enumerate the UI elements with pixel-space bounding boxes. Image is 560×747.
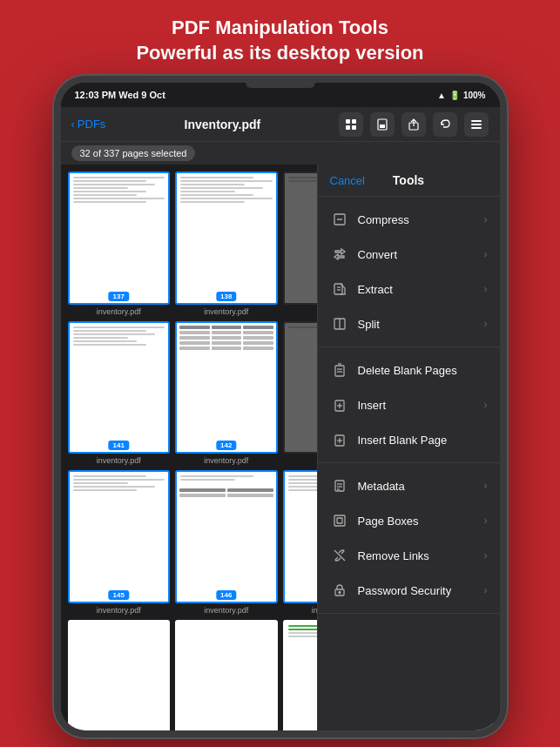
insert-blank-page-label: Insert Blank Page: [358, 434, 488, 447]
more-tools-button[interactable]: [464, 112, 489, 137]
svg-rect-1: [352, 119, 356, 124]
undo-button[interactable]: [433, 112, 457, 137]
delete-icon: [330, 360, 349, 380]
page-number: 142: [216, 441, 236, 450]
password-icon: [330, 581, 349, 600]
insert-icon: [330, 395, 349, 414]
delete-blank-pages-label: Delete Blank Pages: [358, 364, 488, 377]
remove-links-chevron: ›: [484, 549, 488, 562]
page-number: 141: [109, 441, 129, 450]
save-button[interactable]: [370, 112, 395, 137]
pdf-label: inventory.pdf: [97, 606, 141, 615]
metadata-item[interactable]: Metadata ›: [318, 468, 500, 503]
metadata-icon: [330, 476, 349, 495]
pdf-label: inventory.pdf: [204, 606, 248, 615]
password-security-label: Password Security: [358, 584, 476, 597]
insert-blank-page-item[interactable]: Insert Blank Page: [318, 422, 500, 457]
page-boxes-item[interactable]: Page Boxes ›: [318, 503, 500, 538]
compress-tool-item[interactable]: Compress ›: [318, 202, 500, 237]
pdf-thumbnail: 137: [68, 172, 171, 305]
page-number: 146: [216, 590, 236, 600]
chevron-left-icon: ‹: [71, 118, 75, 131]
pdf-thumbnail: 141: [68, 321, 171, 454]
nav-icons: [339, 112, 489, 137]
remove-links-icon: [330, 546, 349, 565]
wifi-icon: ▲: [437, 91, 446, 100]
compress-chevron: ›: [484, 213, 488, 225]
device-notch: [246, 83, 315, 88]
extract-label: Extract: [358, 283, 476, 296]
device-frame: 12:03 PM Wed 9 Oct ▲ 🔋 100% ‹ PDFs Inven…: [54, 76, 507, 737]
pdf-label: inventory.pdf: [204, 456, 248, 465]
share-button[interactable]: [401, 112, 426, 137]
status-time: 12:03 PM Wed 9 Oct: [75, 90, 165, 100]
extract-icon: [330, 279, 349, 299]
metadata-chevron: ›: [484, 480, 488, 492]
tools-title: Tools: [382, 173, 435, 187]
list-item[interactable]: 137 inventory.pdf: [68, 172, 171, 316]
remove-links-item[interactable]: Remove Links ›: [318, 538, 500, 573]
pdf-label: inventory.pdf: [97, 456, 141, 465]
selection-bar: 32 of 337 pages selected: [61, 142, 500, 165]
svg-rect-8: [471, 120, 482, 122]
split-label: Split: [358, 318, 476, 331]
svg-rect-0: [346, 119, 350, 124]
delete-blank-pages-item[interactable]: Delete Blank Pages: [318, 353, 500, 387]
insert-label: Insert: [358, 399, 476, 412]
svg-rect-18: [335, 366, 344, 376]
svg-rect-5: [380, 124, 385, 128]
list-item[interactable]: 149 inventory.pdf: [68, 620, 171, 737]
page-number: 138: [216, 292, 236, 301]
convert-chevron: ›: [484, 248, 488, 260]
list-item[interactable]: 146 inventory.pdf: [175, 470, 278, 615]
nav-title: Inventory.pdf: [185, 118, 261, 131]
convert-icon: [330, 245, 349, 264]
list-item[interactable]: 142 inventory.pdf: [175, 321, 278, 466]
compress-label: Compress: [358, 213, 476, 226]
convert-tool-item[interactable]: Convert ›: [318, 237, 500, 272]
pdf-thumbnail: 145: [68, 470, 171, 603]
page-number: 137: [109, 292, 129, 301]
insert-item[interactable]: Insert ›: [318, 387, 500, 422]
pdf-thumbnail: [68, 620, 171, 737]
content-area: 137 inventory.pdf 138 inventory.pdf: [61, 165, 500, 737]
status-icons: ▲ 🔋 100%: [437, 91, 485, 100]
password-security-chevron: ›: [484, 584, 488, 596]
extract-tool-item[interactable]: Extract ›: [318, 272, 500, 306]
list-item[interactable]: 150 inventory.pdf: [175, 620, 278, 737]
tools-section-2: Delete Blank Pages Insert ›: [318, 347, 500, 463]
split-chevron: ›: [484, 318, 488, 330]
svg-rect-2: [346, 125, 350, 130]
list-item[interactable]: 138 inventory.pdf: [175, 172, 278, 316]
svg-rect-3: [352, 125, 356, 130]
marketing-line1: PDF Manipulation Tools: [136, 16, 423, 41]
svg-point-36: [339, 592, 341, 594]
tools-header: Cancel Tools: [318, 165, 500, 197]
tools-section-1: Compress › Convert ›: [318, 197, 500, 347]
page-boxes-label: Page Boxes: [358, 515, 476, 528]
svg-rect-10: [471, 127, 482, 129]
grid-view-button[interactable]: [339, 112, 363, 137]
back-label: PDFs: [78, 118, 106, 131]
marketing-header: PDF Manipulation Tools Powerful as its d…: [118, 0, 441, 76]
list-item[interactable]: 145 inventory.pdf: [68, 470, 171, 615]
tools-cancel-button[interactable]: Cancel: [330, 174, 382, 187]
svg-rect-32: [334, 515, 345, 526]
password-security-item[interactable]: Password Security ›: [318, 573, 500, 608]
compress-icon: [330, 210, 349, 229]
tools-section-3: Metadata › Page Boxes ›: [318, 463, 500, 614]
back-button[interactable]: ‹ PDFs: [71, 118, 106, 131]
page-boxes-chevron: ›: [484, 515, 488, 527]
svg-rect-9: [471, 124, 482, 125]
tools-panel: Cancel Tools Compress ›: [317, 165, 500, 737]
list-item[interactable]: 141 inventory.pdf: [68, 321, 171, 466]
marketing-line2: Powerful as its desktop version: [136, 41, 423, 66]
pdf-thumbnail: 146: [175, 470, 278, 603]
split-tool-item[interactable]: Split ›: [318, 306, 500, 341]
insert-chevron: ›: [484, 399, 488, 411]
pdf-thumbnail: 142: [175, 321, 278, 454]
page-boxes-icon: [330, 511, 349, 530]
convert-label: Convert: [358, 248, 476, 261]
svg-rect-33: [337, 518, 342, 523]
svg-rect-13: [334, 284, 342, 294]
